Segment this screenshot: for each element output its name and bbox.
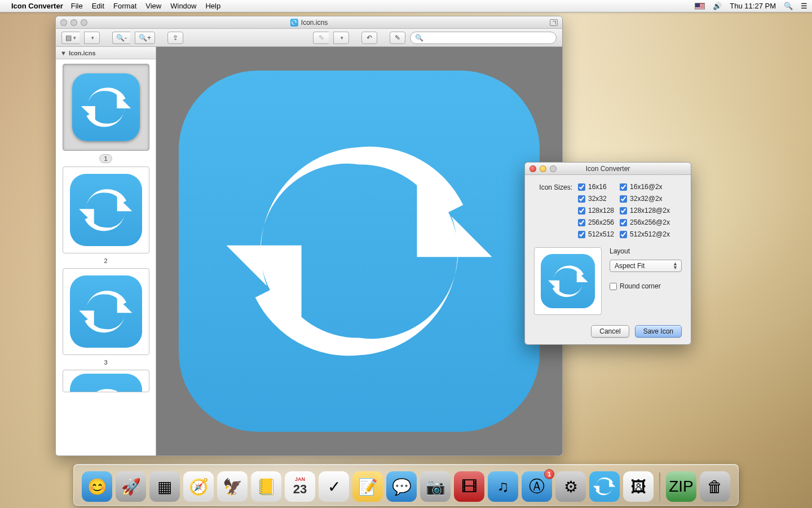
dock-mission-control[interactable]: ▦	[149, 471, 180, 502]
preview-window: Icon.icns ▤▾ ▾ 🔍- 🔍+ ⇪ ✎ ▾ ↶ ✎ 🔍 ▼ Icon.…	[55, 16, 563, 456]
icon-sizes-label: Icon Sizes:	[534, 183, 572, 238]
dock-messages[interactable]: 💬	[386, 471, 417, 502]
dock-archive[interactable]: ZIP	[666, 471, 696, 502]
sidebar-header[interactable]: ▼ Icon.icns	[56, 47, 156, 59]
icon-sizes-grid: 16x16 16x16@2x 32x32 32x32@2x 128x128 12…	[578, 183, 670, 238]
menu-edit[interactable]: Edit	[92, 2, 104, 10]
rotate-button[interactable]: ↶	[361, 32, 377, 44]
select-arrows-icon: ▲▼	[673, 262, 678, 270]
dock-photo-booth[interactable]: 🎞	[454, 471, 484, 502]
share-button[interactable]: ⇪	[167, 32, 183, 44]
checkbox-16x16-2x[interactable]: 16x16@2x	[620, 183, 670, 191]
disclosure-triangle-icon[interactable]: ▼	[60, 50, 67, 56]
menu-window[interactable]: Window	[170, 2, 196, 10]
spotlight-icon[interactable]: 🔍	[784, 2, 793, 10]
minimize-icon[interactable]	[540, 165, 546, 172]
icon-converter-dialog: Icon Converter Icon Sizes: 16x16 16x16@2…	[524, 162, 691, 345]
zoom-out-button[interactable]: 🔍-	[112, 32, 130, 44]
dock-calendar[interactable]: JAN 23	[285, 471, 315, 502]
dock-notes[interactable]: 📝	[352, 471, 383, 502]
menu-format[interactable]: Format	[113, 2, 136, 10]
checkbox-16x16[interactable]: 16x16	[578, 183, 614, 191]
dock-contacts[interactable]: 📒	[251, 471, 281, 502]
thumb-label: 2	[100, 257, 111, 265]
thumbnail-item[interactable]	[63, 370, 149, 392]
dock-separator	[659, 472, 660, 502]
dialog-titlebar[interactable]: Icon Converter	[525, 163, 691, 175]
dock: 😊 🚀 ▦ 🧭 🦅 📒 JAN 23 ✓ 📝 💬 📷 🎞 ♫ Ⓐ 1 ⚙ 🖼 Z…	[73, 464, 739, 506]
dock-reminders[interactable]: ✓	[319, 471, 349, 502]
layout-select[interactable]: Aspect Fit ▲▼	[610, 260, 682, 272]
icon-preview-large	[179, 71, 540, 432]
app-name[interactable]: Icon Converter	[11, 2, 63, 10]
view-mode-dropdown[interactable]: ▾	[84, 32, 100, 44]
checkbox-256x256[interactable]: 256x256	[578, 218, 614, 226]
dialog-title: Icon Converter	[586, 165, 630, 173]
dock-itunes[interactable]: ♫	[488, 471, 518, 502]
input-source-flag-icon[interactable]	[695, 3, 705, 10]
view-mode-button[interactable]: ▤▾	[61, 32, 80, 44]
close-icon[interactable]	[529, 165, 536, 172]
cancel-button[interactable]: Cancel	[591, 325, 629, 338]
minimize-icon[interactable]	[70, 19, 77, 26]
thumbnail-item[interactable]: 2	[63, 167, 149, 265]
preview-canvas[interactable]	[156, 47, 562, 456]
thumbnail-item[interactable]: 1	[63, 64, 149, 163]
title-proxy-icon	[290, 19, 298, 27]
menu-file[interactable]: File	[71, 2, 83, 10]
checkbox-128x128-2x[interactable]: 128x128@2x	[620, 207, 670, 214]
dialog-preview-well[interactable]	[534, 247, 602, 315]
menu-view[interactable]: View	[145, 2, 161, 10]
zoom-icon[interactable]	[550, 165, 557, 172]
checkbox-32x32-2x[interactable]: 32x32@2x	[620, 195, 670, 203]
preview-titlebar[interactable]: Icon.icns	[56, 16, 562, 29]
zoom-in-button[interactable]: 🔍+	[135, 32, 155, 44]
highlight-dropdown[interactable]: ▾	[333, 32, 349, 44]
clock[interactable]: Thu 11:27 PM	[730, 2, 776, 10]
checkbox-256x256-2x[interactable]: 256x256@2x	[620, 218, 670, 226]
thumb-label: 3	[100, 358, 111, 366]
dock-icon-converter[interactable]	[589, 471, 620, 502]
checkbox-512x512[interactable]: 512x512	[578, 230, 614, 238]
preview-title: Icon.icns	[301, 19, 328, 27]
close-icon[interactable]	[60, 19, 67, 26]
badge: 1	[544, 469, 554, 479]
dock-facetime[interactable]: 📷	[420, 471, 451, 502]
fullscreen-icon[interactable]	[550, 19, 558, 26]
notification-center-icon[interactable]: ☰	[801, 2, 807, 10]
checkbox-round-corner[interactable]: Round corner	[610, 282, 682, 290]
search-input[interactable]: 🔍	[410, 32, 557, 44]
zoom-icon[interactable]	[81, 19, 87, 26]
preview-toolbar: ▤▾ ▾ 🔍- 🔍+ ⇪ ✎ ▾ ↶ ✎ 🔍	[56, 29, 562, 47]
checkbox-128x128[interactable]: 128x128	[578, 207, 614, 214]
save-icon-button[interactable]: Save Icon	[635, 325, 682, 338]
search-icon: 🔍	[415, 34, 423, 42]
dock-mail[interactable]: 🦅	[217, 471, 248, 502]
dock-safari[interactable]: 🧭	[183, 471, 214, 502]
menu-help[interactable]: Help	[205, 2, 220, 10]
thumb-label: 1	[99, 154, 112, 163]
highlight-button[interactable]: ✎	[313, 32, 329, 44]
preview-sidebar: ▼ Icon.icns 1 2 3	[56, 47, 156, 456]
volume-icon[interactable]: 🔊	[713, 2, 722, 10]
dock-finder[interactable]: 😊	[82, 471, 112, 502]
dock-app-store[interactable]: Ⓐ 1	[522, 471, 552, 502]
menubar: Icon Converter File Edit Format View Win…	[0, 0, 812, 12]
dock-preview[interactable]: 🖼	[623, 471, 654, 502]
thumbnail-item[interactable]: 3	[63, 268, 149, 366]
dock-system-preferences[interactable]: ⚙	[555, 471, 586, 502]
dock-trash[interactable]: 🗑	[700, 471, 730, 502]
checkbox-32x32[interactable]: 32x32	[578, 195, 614, 203]
layout-label: Layout	[610, 247, 682, 255]
checkbox-512x512-2x[interactable]: 512x512@2x	[620, 230, 670, 238]
dock-launchpad[interactable]: 🚀	[116, 471, 146, 502]
edit-button[interactable]: ✎	[390, 32, 405, 44]
